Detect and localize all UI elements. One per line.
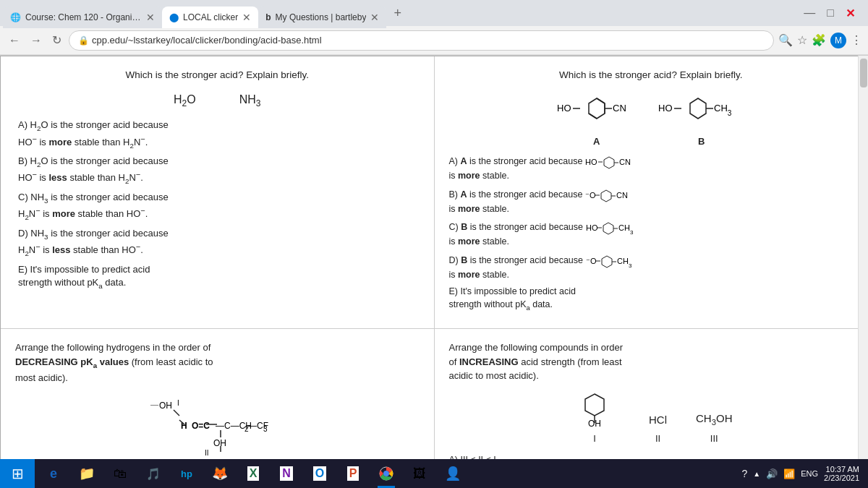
molecule-nh3: NH3 [239, 91, 261, 110]
lock-icon: 🔒 [78, 35, 89, 46]
windows-icon: ⊞ [12, 465, 24, 482]
new-tab-button[interactable]: + [389, 6, 406, 21]
quiz-row-2: Arrange the following hydrogens in the o… [1, 329, 867, 460]
taskbar-items: e 📁 🛍 🎵 hp 🦊 X N O [35, 459, 733, 488]
compound-i-label: I [569, 432, 620, 446]
question-mark-icon[interactable]: ? [742, 468, 748, 479]
compound-iii: CH3OH III [696, 403, 732, 445]
svg-text:CN: CN [619, 158, 631, 166]
compounds-display: OH I HCl II CH3OH III [449, 390, 854, 446]
svg-marker-50 [585, 394, 604, 416]
sound-icon[interactable]: 🔊 [766, 468, 778, 479]
svg-text:II: II [205, 449, 209, 457]
compound-i-svg: OH [569, 390, 620, 427]
q2-option-b[interactable]: B) A is the stronger acid because ⁻O CN … [449, 187, 854, 216]
outlook-icon: O [313, 466, 326, 481]
tab-chem-close[interactable]: ✕ [146, 12, 155, 23]
svg-marker-25 [603, 223, 613, 234]
taskbar-store[interactable]: 🛍 [104, 459, 136, 488]
caret-icon[interactable]: ▲ [753, 470, 760, 478]
tab-chem[interactable]: 🌐 Course: Chem 120 - Organic Che ✕ [3, 7, 162, 28]
q2-option-e[interactable]: E) It's impossible to predict acid stren… [449, 286, 854, 312]
svg-text:CH3: CH3 [617, 257, 632, 269]
taskbar-outlook[interactable]: O [304, 459, 336, 488]
tab-local-close[interactable]: ✕ [242, 12, 251, 23]
quiz-cell-1-2: Which is the stronger acid? Explain brie… [435, 56, 868, 328]
q2-option-c[interactable]: C) B is the stronger acid because HO CH3… [449, 220, 854, 249]
url-bar[interactable]: 🔒 cpp.edu/~lsstarkey/local/clicker/bondi… [69, 30, 774, 51]
molecule-b-label: B [658, 134, 745, 149]
q1-option-b[interactable]: B) H2O is the stronger acid because HO− … [18, 155, 420, 187]
network-icon[interactable]: 📶 [783, 468, 795, 479]
svg-text:O=C: O=C [192, 421, 210, 431]
taskbar-ie[interactable]: e [38, 459, 69, 488]
molecule-h2o: H2O [174, 91, 196, 110]
molecule-b-svg: HO CH3 [658, 91, 745, 127]
q1-option-a[interactable]: A) H2O is the stronger acid because HO− … [18, 119, 420, 150]
taskbar-firefox[interactable]: 🦊 [204, 459, 236, 488]
taskbar-photos[interactable]: 🖼 [404, 459, 435, 488]
taskbar-time: 10:37 AM [824, 465, 859, 474]
q1-option-c[interactable]: C) NH3 is the stronger acid because H2N−… [18, 191, 420, 223]
maximize-button[interactable]: □ [822, 7, 838, 20]
tab-local[interactable]: ⬤ LOCAL clicker ✕ [162, 7, 258, 28]
svg-line-34 [174, 410, 179, 416]
forward-button[interactable]: → [27, 33, 45, 48]
chrome-icon [379, 466, 393, 481]
compound-iii-label: III [696, 432, 732, 446]
scroll-thumb[interactable] [860, 59, 867, 87]
back-button[interactable]: ← [6, 33, 23, 48]
svg-text:—: — [150, 400, 158, 408]
lang-label: ENG [801, 469, 818, 478]
taskbar-powerpoint[interactable]: P [337, 459, 369, 488]
q3-mol-svg: OH — I H O=C —C—CH [137, 394, 297, 460]
taskbar-user[interactable]: 👤 [437, 459, 469, 488]
q1-option-e[interactable]: E) It's impossible to predict acid stren… [18, 263, 420, 291]
scroll-track[interactable] [858, 56, 868, 460]
tab-bar: 🌐 Course: Chem 120 - Organic Che ✕ ⬤ LOC… [0, 0, 868, 26]
taskbar-hp[interactable]: hp [171, 459, 203, 488]
toolbar-icons: 🔍 ☆ 🧩 M ⋮ [778, 33, 862, 48]
taskbar-folder[interactable]: 📁 [71, 459, 103, 488]
extension-icon[interactable]: 🧩 [812, 33, 826, 47]
q1-title: Which is the stronger acid? Explain brie… [15, 68, 420, 82]
refresh-button[interactable]: ↻ [49, 32, 64, 48]
profile-icon[interactable]: M [830, 33, 846, 48]
taskbar-chrome[interactable] [370, 459, 402, 488]
taskbar-time-date[interactable]: 10:37 AM 2/23/2021 [824, 465, 859, 482]
quiz-row-1: Which is the stronger acid? Explain brie… [1, 56, 867, 329]
svg-text:HO: HO [586, 223, 598, 232]
tab-bartleby-close[interactable]: ✕ [370, 12, 379, 23]
svg-text:OH: OH [213, 438, 226, 448]
svg-text:3: 3 [263, 425, 268, 433]
q1-option-d[interactable]: D) NH3 is the stronger acid because H2N−… [18, 227, 420, 259]
search-icon[interactable]: 🔍 [778, 33, 793, 47]
firefox-icon: 🦊 [212, 466, 228, 481]
star-icon[interactable]: ☆ [797, 33, 807, 47]
taskbar-excel[interactable]: X [237, 459, 269, 488]
opt-a-mol: HO CN [585, 154, 643, 170]
user-icon: 👤 [445, 466, 461, 481]
svg-text:OH: OH [159, 401, 172, 411]
powerpoint-icon: P [347, 466, 359, 481]
taskbar-onenote[interactable]: N [271, 459, 302, 488]
svg-text:HO: HO [557, 103, 571, 114]
close-button[interactable]: ✕ [841, 7, 859, 20]
onenote-icon: N [280, 466, 293, 481]
start-button[interactable]: ⊞ [0, 459, 35, 488]
svg-marker-10 [690, 98, 706, 119]
taskbar-media[interactable]: 🎵 [137, 459, 169, 488]
compound-ii-label: II [649, 432, 667, 446]
svg-text:CH3: CH3 [618, 223, 634, 236]
taskbar-date: 2/23/2021 [824, 474, 859, 482]
minimize-button[interactable]: — [799, 7, 820, 20]
q2-option-d[interactable]: D) B is the stronger acid because ⁻O CH3… [449, 253, 854, 282]
tab-bartleby[interactable]: b My Questions | bartleby ✕ [258, 7, 386, 28]
svg-marker-30 [602, 256, 612, 267]
svg-text:OH: OH [588, 419, 601, 427]
q2-option-a[interactable]: A) A is the stronger acid because HO CN … [449, 154, 854, 183]
menu-icon[interactable]: ⋮ [851, 33, 862, 47]
excel-icon: X [247, 466, 260, 481]
tab-bartleby-icon: b [265, 12, 271, 22]
tab-local-label: LOCAL clicker [183, 12, 238, 22]
